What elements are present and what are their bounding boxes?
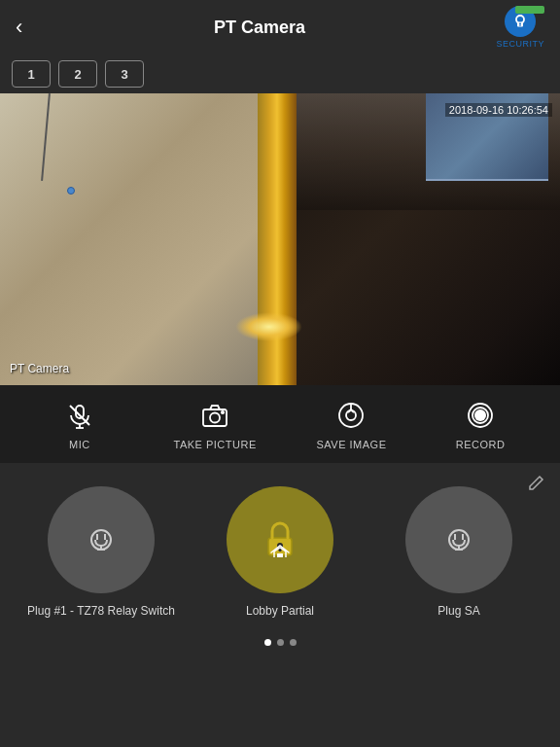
header: ‹ PT Camera SECURITY — [0, 0, 560, 54]
svg-rect-25 — [277, 553, 283, 557]
take-picture-label: TAKE PICTURE — [174, 439, 257, 450]
camera-feed: 2018-09-16 10:26:54 PT Camera — [0, 93, 560, 385]
page-title: PT Camera — [214, 18, 305, 38]
mic-label: MIC — [69, 439, 90, 450]
camera-icon — [197, 398, 232, 433]
device-plugsa-name: Plug SA — [438, 603, 479, 620]
back-button[interactable]: ‹ — [16, 15, 22, 40]
battery-indicator — [515, 6, 544, 14]
record-label: RECORD — [456, 439, 506, 450]
tab-bar: 1 2 3 — [0, 54, 560, 93]
device-lobby-button[interactable] — [227, 486, 333, 593]
save-image-control[interactable]: SAVE IMAGE — [316, 398, 386, 450]
devices-row: Plug #1 - TZ78 Relay Switch — [0, 463, 560, 631]
svg-line-7 — [70, 406, 89, 425]
record-icon — [463, 398, 498, 433]
mic-control[interactable]: MIC — [46, 398, 114, 450]
bottom-panel: Plug #1 - TZ78 Relay Switch — [0, 463, 560, 747]
device-plug1: Plug #1 - TZ78 Relay Switch — [23, 486, 179, 620]
save-image-icon — [333, 398, 368, 433]
tab-3[interactable]: 3 — [105, 60, 144, 88]
controls-bar: MIC TAKE PICTURE SAVE IMAGE — [0, 385, 560, 463]
svg-point-9 — [210, 413, 220, 423]
page-dots — [0, 639, 560, 646]
record-control[interactable]: RECORD — [446, 398, 514, 450]
edit-button[interactable] — [527, 475, 544, 496]
device-plug1-button[interactable] — [48, 486, 155, 593]
tab-2[interactable]: 2 — [58, 60, 97, 88]
device-plugsa-button[interactable] — [405, 486, 512, 593]
svg-point-10 — [222, 411, 224, 413]
security-label: SECURITY — [496, 39, 544, 49]
page-dot-3[interactable] — [290, 639, 297, 646]
page-dot-1[interactable] — [264, 639, 271, 646]
svg-point-2 — [519, 23, 521, 25]
save-image-label: SAVE IMAGE — [316, 439, 386, 450]
mic-icon — [62, 398, 97, 433]
svg-point-16 — [474, 409, 486, 421]
take-picture-control[interactable]: TAKE PICTURE — [174, 398, 257, 450]
tab-1[interactable]: 1 — [12, 60, 51, 88]
device-lobby-name: Lobby Partial — [246, 603, 314, 620]
device-plugsa: Plug SA — [381, 486, 537, 620]
device-plug1-name: Plug #1 - TZ78 Relay Switch — [27, 603, 175, 620]
page-dot-2[interactable] — [277, 639, 284, 646]
camera-label: PT Camera — [10, 362, 69, 375]
device-lobby: Lobby Partial — [202, 486, 358, 620]
camera-timestamp: 2018-09-16 10:26:54 — [445, 103, 552, 117]
